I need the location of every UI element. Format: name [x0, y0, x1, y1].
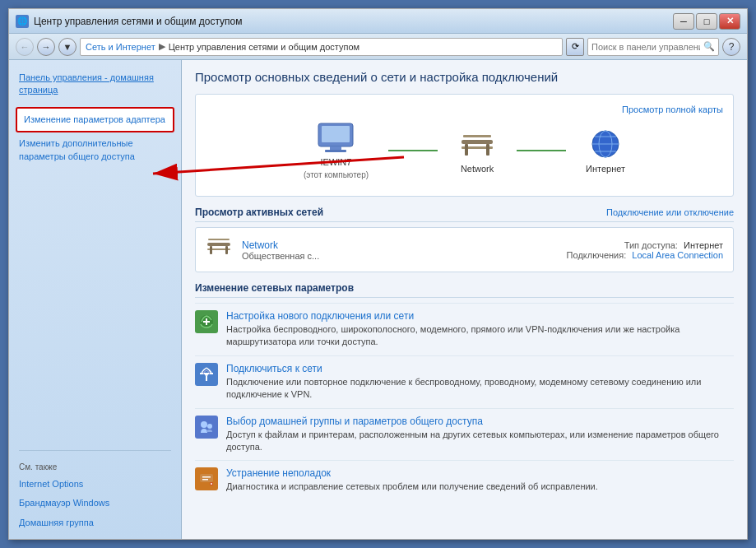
svg-rect-27: [200, 474, 213, 482]
svg-point-25: [201, 421, 207, 428]
svg-rect-6: [465, 144, 468, 156]
svg-point-31: [211, 483, 212, 485]
see-also-title: См. также: [9, 457, 181, 475]
connections-row: Подключения: Local Area Connection: [567, 250, 723, 260]
connection-link[interactable]: Local Area Connection: [632, 250, 723, 260]
globe-icon: [586, 128, 625, 160]
main-area: Панель управления - домашняя страница Из…: [9, 60, 747, 539]
maximize-button[interactable]: □: [696, 13, 717, 30]
troubleshoot-link[interactable]: Устранение неполадок: [226, 467, 734, 479]
settings-item-3-content: Устранение неполадок Диагностика и испра…: [226, 467, 734, 493]
active-networks-header: Просмотр активных сетей Подключение или …: [195, 207, 734, 222]
content-area: Просмотр основных сведений о сети и наст…: [182, 60, 747, 539]
address-bar: ← → ▼ Сеть и Интернет ▶ Центр управления…: [9, 34, 747, 60]
sidebar-internet-options[interactable]: Internet Options: [9, 475, 181, 494]
settings-item-0: Настройка нового подключения или сети На…: [195, 303, 734, 355]
active-network-type: Общественная с...: [242, 251, 557, 261]
access-type-label: Тип доступа:: [624, 240, 678, 250]
homegroup-link[interactable]: Выбор домашней группы и параметров общег…: [226, 416, 734, 427]
svg-rect-7: [486, 144, 489, 156]
refresh-button[interactable]: ⟳: [566, 38, 584, 56]
sidebar: Панель управления - домашняя страница Из…: [9, 60, 182, 539]
search-box[interactable]: 🔍: [587, 38, 719, 56]
svg-rect-8: [463, 135, 491, 137]
network-node: Network: [457, 128, 497, 174]
access-type-value: Интернет: [684, 240, 723, 250]
svg-point-26: [207, 424, 212, 429]
line-1: [388, 150, 438, 151]
help-button[interactable]: ?: [722, 38, 740, 56]
active-network-details: Тип доступа: Интернет Подключения: Local…: [567, 240, 723, 260]
settings-item-2: Выбор домашней группы и параметров общег…: [195, 408, 734, 461]
window-controls: ─ □ ✕: [673, 13, 740, 30]
change-settings-title: Изменение сетевых параметров: [195, 282, 354, 294]
svg-rect-4: [461, 140, 493, 144]
active-network-info: Network Общественная с...: [242, 239, 557, 261]
settings-item-1: Подключиться к сети Подключение или повт…: [195, 355, 734, 408]
svg-point-23: [205, 373, 208, 376]
svg-rect-18: [208, 239, 230, 240]
svg-rect-24: [206, 376, 207, 381]
svg-rect-14: [207, 243, 230, 246]
search-icon: 🔍: [703, 41, 715, 52]
sidebar-divider: [19, 450, 171, 451]
view-full-map-link[interactable]: Просмотр полной карты: [622, 104, 723, 114]
breadcrumb-item-2: Центр управления сетями и общим доступом: [169, 42, 359, 52]
svg-rect-29: [202, 479, 208, 481]
computer-label: IEWIN7: [321, 157, 352, 167]
line-2: [517, 150, 566, 151]
settings-item-3: Устранение неполадок Диагностика и испра…: [195, 460, 734, 499]
settings-section: Изменение сетевых параметров Настро: [195, 282, 734, 500]
connect-network-desc: Подключение или повторное подключение к …: [226, 376, 734, 402]
sidebar-windows-firewall[interactable]: Брандмауэр Windows: [9, 494, 181, 513]
internet-label: Интернет: [586, 164, 625, 174]
active-network-name[interactable]: Network: [242, 239, 557, 251]
back-button[interactable]: ←: [16, 38, 34, 56]
svg-rect-2: [330, 146, 341, 150]
window-icon: 🌐: [16, 15, 29, 28]
internet-node: Интернет: [586, 128, 625, 174]
svg-rect-3: [325, 150, 346, 152]
title-bar-left: 🌐 Центр управления сетями и общим доступ…: [16, 15, 243, 28]
active-network-icon: [206, 235, 232, 265]
network-map: Просмотр полной карты IEWIN7: [195, 94, 734, 197]
access-type-row: Тип доступа: Интернет: [567, 240, 723, 250]
svg-rect-16: [210, 246, 212, 254]
breadcrumb-item-1[interactable]: Сеть и Интернет: [86, 42, 155, 52]
bench-icon: [457, 128, 497, 160]
network-diagram: IEWIN7 (этот компьютер): [206, 114, 723, 186]
forward-button[interactable]: →: [37, 38, 55, 56]
new-connection-link[interactable]: Настройка нового подключения или сети: [226, 310, 734, 322]
close-button[interactable]: ✕: [719, 13, 740, 30]
breadcrumb: Сеть и Интернет ▶ Центр управления сетям…: [80, 38, 563, 56]
page-title: Просмотр основных сведений о сети и наст…: [195, 70, 734, 84]
new-connection-desc: Настройка беспроводного, широкополосного…: [226, 323, 734, 349]
svg-rect-28: [202, 476, 211, 478]
sidebar-home[interactable]: Панель управления - домашняя страница: [9, 67, 181, 105]
settings-item-0-content: Настройка нового подключения или сети На…: [226, 310, 734, 349]
connect-network-link[interactable]: Подключиться к сети: [226, 363, 734, 374]
homegroup-desc: Доступ к файлам и принтерам, расположенн…: [226, 429, 734, 454]
settings-item-1-content: Подключиться к сети Подключение или повт…: [226, 363, 734, 402]
sidebar-sharing-settings[interactable]: Изменить дополнительные параметры общего…: [9, 134, 181, 166]
network-label: Network: [461, 164, 494, 174]
connect-disconnect-link[interactable]: Подключение или отключение: [606, 207, 734, 217]
sidebar-adapter-settings[interactable]: Изменение параметров адаптера: [16, 107, 174, 132]
connections-label: Подключения:: [567, 250, 627, 260]
svg-rect-1: [322, 126, 350, 142]
computer-icon: [316, 121, 355, 154]
search-input[interactable]: [591, 42, 700, 52]
computer-node: IEWIN7 (этот компьютер): [304, 121, 369, 179]
connect-network-icon: [195, 363, 218, 386]
dropdown-button[interactable]: ▼: [58, 38, 77, 56]
new-connection-icon: [195, 310, 218, 333]
svg-rect-21: [206, 318, 207, 325]
troubleshoot-desc: Диагностика и исправление сетевых пробле…: [226, 481, 734, 493]
settings-header: Изменение сетевых параметров: [195, 282, 734, 298]
settings-item-2-content: Выбор домашней группы и параметров общег…: [226, 416, 734, 454]
minimize-button[interactable]: ─: [673, 13, 694, 30]
sidebar-homegroup[interactable]: Домашняя группа: [9, 513, 181, 532]
active-networks-title: Просмотр активных сетей: [195, 207, 323, 218]
breadcrumb-sep-1: ▶: [159, 41, 165, 52]
window-title: Центр управления сетями и общим доступом: [34, 16, 243, 27]
